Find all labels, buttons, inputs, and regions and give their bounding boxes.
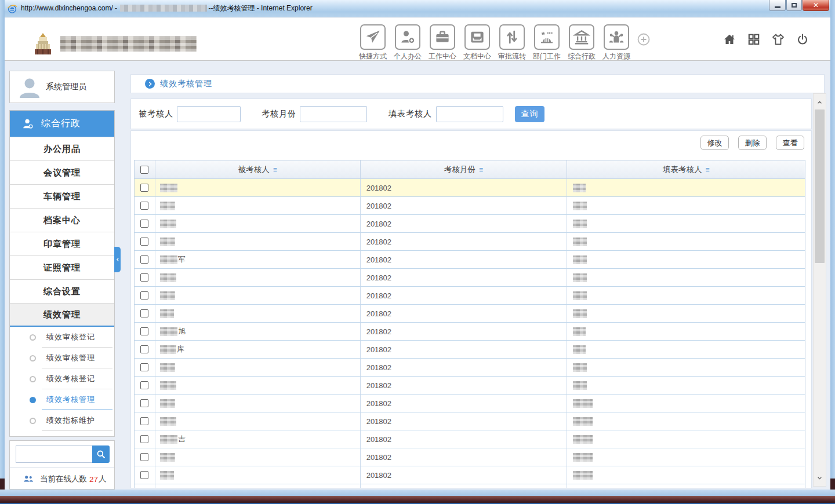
table-row[interactable]: 201802 [135,412,805,430]
delete-button[interactable]: 删除 [738,136,767,150]
form-assessor-input[interactable] [436,106,503,122]
arrows-cycle-icon [503,28,521,46]
table-row[interactable]: 201802 [135,359,805,377]
app-nav-work-center[interactable]: 工作中心 [425,24,460,61]
table-row[interactable]: 201802 [135,197,805,215]
row-checkbox[interactable] [140,345,148,353]
sidebar-item-general-settings[interactable]: 综合设置 [10,279,114,303]
table-row[interactable]: 201802 [135,287,805,305]
vertical-scrollbar[interactable] [813,93,826,487]
row-checkbox[interactable] [140,453,148,461]
table-row[interactable]: 库 201802 [135,341,805,359]
app-nav-personal-office[interactable]: 个人办公 [390,24,425,61]
sidebar-collapse-handle[interactable] [114,247,121,272]
row-checkbox[interactable] [140,273,148,282]
assessee-input[interactable] [177,106,241,122]
row-checkbox[interactable] [140,309,148,317]
query-button[interactable]: 查询 [515,106,544,122]
table-row[interactable]: 201802 [135,215,805,233]
assess-month-input[interactable] [300,106,367,122]
row-checkbox[interactable] [140,238,148,246]
app-nav-human-resources[interactable]: 人力资源 [599,24,634,61]
table-row[interactable]: 201802 [135,233,805,251]
month-cell: 201802 [361,412,568,430]
redacted-name [573,453,593,462]
add-circle-icon[interactable] [637,32,651,46]
person-icon [21,118,34,130]
power-icon[interactable] [796,32,809,46]
sidebar-item-performance-mgmt[interactable]: 绩效管理 [10,303,114,327]
view-button[interactable]: 查看 [776,136,804,150]
table-row[interactable]: 旭 201802 [135,323,805,341]
row-checkbox[interactable] [140,327,148,335]
sidebar-subitem-perf-review-register[interactable]: 绩效审核登记 [10,327,114,348]
home-icon[interactable] [723,32,736,46]
sidebar-subitem-perf-review-mgmt[interactable]: 绩效审核管理 [10,348,114,368]
row-checkbox[interactable] [140,381,148,389]
sidebar-item-meeting-mgmt[interactable]: 会议管理 [10,160,114,184]
window-titlebar[interactable]: http://www.dlxinchengoa.com/ - --绩效考核管理 … [0,0,835,17]
app-nav-document-center[interactable]: 文档中心 [460,24,495,61]
minimize-button[interactable] [769,0,786,11]
app-nav-general-admin[interactable]: 综合行政 [564,24,599,61]
table-row[interactable]: 201802 [135,448,805,466]
row-checkbox[interactable] [140,291,148,300]
table-row[interactable]: 201802 [135,395,805,412]
sidebar-subitem-perf-assess-register[interactable]: 绩效考核登记 [10,368,114,389]
sidebar-section-general-admin[interactable]: 综合行政 [10,111,114,137]
table-row[interactable]: 201802 [135,179,805,197]
column-header-assessee[interactable]: 被考核人≡ [155,160,361,178]
close-button[interactable]: ✕ [803,0,829,11]
row-checkbox[interactable] [140,202,148,210]
sidebar-item-office-supplies[interactable]: 办公用品 [10,137,114,160]
table-row[interactable]: 201802 [135,377,805,395]
window-frame-left [0,0,5,479]
row-checkbox[interactable] [140,220,148,228]
table-row[interactable]: 军 201802 [135,251,805,269]
table-body: 201802 201802 201802 201802 军 201802 201… [135,179,805,488]
table-row[interactable]: 201802 [135,466,805,484]
table-row[interactable] [135,484,805,488]
row-checkbox[interactable] [140,435,148,443]
column-header-assessor[interactable]: 填表考核人≡ [567,160,805,178]
scroll-down-button[interactable] [814,471,826,485]
maximize-button[interactable] [786,0,802,11]
search-icon [96,449,106,459]
app-nav-shortcut[interactable]: 快捷方式 [355,24,390,61]
action-buttons: 修改 删除 查看 [700,136,804,150]
app-nav-approval-flow[interactable]: 审批流转 [495,24,529,61]
table-row[interactable]: 201802 [135,269,805,287]
theme-shirt-icon[interactable] [771,32,785,46]
app-label: 工作中心 [429,52,456,61]
sidebar-item-archive-center[interactable]: 档案中心 [10,208,114,232]
month-cell: 201802 [361,430,568,448]
sidebar-subitem-perf-assess-mgmt[interactable]: 绩效考核管理 [10,389,114,410]
column-menu-icon[interactable]: ≡ [273,166,277,174]
row-checkbox[interactable] [140,399,148,407]
row-checkbox-cell [135,323,155,340]
sidebar-item-seal-mgmt[interactable]: 印章管理 [10,232,114,255]
row-checkbox[interactable] [140,417,148,425]
scrollbar-thumb[interactable] [815,109,825,263]
column-header-month[interactable]: 考核月份≡ [361,160,568,178]
sidebar-subitem-perf-indicator-maint[interactable]: 绩效指标维护 [10,410,114,431]
table-row[interactable]: 201802 [135,305,805,323]
grid-icon[interactable] [747,32,761,46]
app-nav-department-work[interactable]: 部门工作 [529,24,564,61]
select-all-checkbox[interactable] [140,166,148,174]
sidebar-search-button[interactable] [92,445,110,463]
table-row[interactable]: 吉 201802 [135,430,805,448]
row-checkbox[interactable] [140,363,148,371]
bank-icon [573,28,590,46]
column-menu-icon[interactable]: ≡ [479,166,483,174]
row-checkbox[interactable] [140,255,148,264]
sidebar-item-vehicle-mgmt[interactable]: 车辆管理 [10,184,114,208]
sidebar-search-input[interactable] [16,445,92,463]
scroll-up-button[interactable] [814,95,826,109]
row-checkbox[interactable] [140,184,148,192]
sidebar-item-license-mgmt[interactable]: 证照管理 [10,255,114,279]
row-checkbox[interactable] [140,471,148,479]
modify-button[interactable]: 修改 [700,136,729,150]
row-checkbox-cell [135,251,155,268]
column-menu-icon[interactable]: ≡ [705,166,709,174]
